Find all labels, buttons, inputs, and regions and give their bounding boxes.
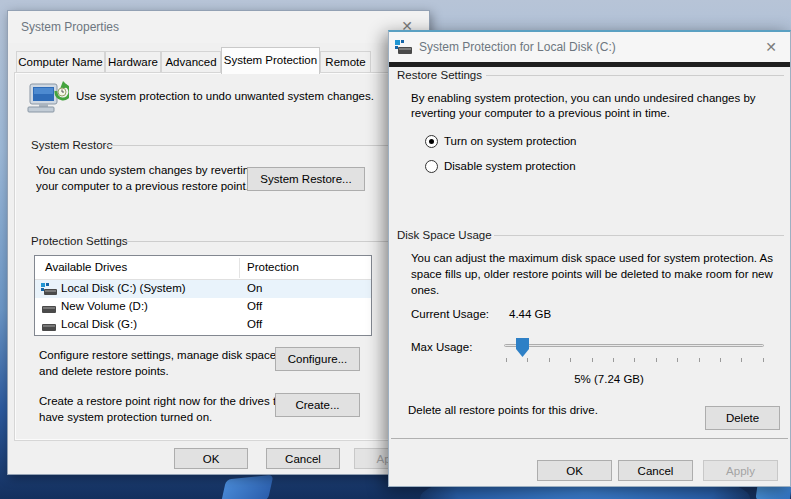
slider-value-label: 5% (7.24 GB): [489, 373, 729, 385]
system-restore-icon: [27, 81, 69, 121]
system-restore-desc: your computer to a previous restore poin…: [36, 180, 249, 192]
configure-desc: Configure restore settings, manage disk …: [39, 349, 279, 361]
tab-remote[interactable]: Remote: [320, 51, 371, 73]
wallpaper-bloom: [221, 475, 274, 499]
delete-restore-points-text: Delete all restore points for this drive…: [408, 404, 598, 416]
table-row-drive-g[interactable]: Local Disk (G:) Off: [35, 316, 371, 334]
protection-settings-group-label: Protection Settings: [31, 235, 128, 247]
restore-settings-desc: reverting your computer to a previous po…: [411, 107, 670, 119]
table-row-drive-d[interactable]: New Volume (D:) Off: [35, 298, 371, 316]
system-properties-dialog: System Properties ✕ Computer Name Hardwa…: [7, 10, 430, 475]
column-divider: [239, 258, 240, 278]
tab-computer-name[interactable]: Computer Name: [16, 51, 105, 73]
drive-protection-status: Off: [247, 318, 262, 330]
drives-table-header: Available Drives Protection: [35, 256, 371, 280]
radio-disable-label[interactable]: Disable system protection: [444, 160, 576, 172]
configure-button[interactable]: Configure...: [275, 347, 360, 371]
apply-button[interactable]: Apply: [703, 460, 778, 481]
current-usage-value: 4.44 GB: [509, 308, 551, 320]
title-bar[interactable]: System Properties: [8, 11, 429, 43]
dialog-title: System Properties: [21, 20, 119, 34]
create-button[interactable]: Create...: [275, 393, 360, 417]
cancel-button[interactable]: Cancel: [618, 460, 693, 481]
disk-space-desc: ones.: [411, 284, 439, 296]
desktop: System Properties ✕ Computer Name Hardwa…: [0, 0, 791, 499]
group-divider: [125, 241, 395, 242]
drive-protection-status: On: [247, 282, 262, 294]
disk-space-group-label: Disk Space Usage: [397, 229, 492, 241]
column-protection: Protection: [247, 261, 299, 273]
create-desc: Create a restore point right now for the…: [39, 395, 292, 407]
title-bar[interactable]: System Protection for Local Disk (C:): [389, 32, 790, 62]
dialog-title: System Protection for Local Disk (C:): [419, 40, 616, 54]
system-restore-desc: You can undo system changes by reverting: [36, 164, 256, 176]
disk-space-desc: space fills up, older restore points wil…: [411, 268, 773, 280]
restore-settings-group-label: Restore Settings: [397, 69, 482, 81]
max-usage-label: Max Usage:: [411, 341, 472, 353]
current-usage-label: Current Usage:: [411, 308, 489, 320]
tab-hardware[interactable]: Hardware: [105, 51, 161, 73]
group-divider: [494, 235, 784, 236]
group-divider: [105, 145, 395, 146]
max-usage-slider-track[interactable]: [504, 344, 764, 347]
column-available-drives: Available Drives: [45, 261, 127, 273]
drives-table[interactable]: Available Drives Protection Local Disk (…: [34, 255, 372, 336]
close-icon[interactable]: ✕: [760, 37, 782, 58]
create-desc: have system protection turned on.: [39, 411, 212, 423]
configure-desc: and delete restore points.: [39, 365, 169, 377]
drive-name: Local Disk (G:): [61, 318, 137, 330]
tab-page: Use system protection to undo unwanted s…: [14, 72, 401, 441]
radio-turn-on-protection[interactable]: [425, 135, 438, 148]
footer-divider: [391, 438, 788, 439]
cancel-button[interactable]: Cancel: [266, 448, 340, 469]
titlebar-divider: [389, 62, 790, 67]
drive-name: Local Disk (C:) (System): [61, 282, 186, 294]
radio-disable-protection[interactable]: [425, 160, 438, 173]
drive-protection-status: Off: [247, 300, 262, 312]
drive-icon: [41, 319, 57, 332]
group-divider: [486, 75, 784, 76]
radio-turn-on-label[interactable]: Turn on system protection: [444, 135, 577, 147]
restore-settings-desc: By enabling system protection, you can u…: [411, 92, 756, 104]
max-usage-slider-thumb[interactable]: [516, 338, 529, 357]
slider-tick-marks: [506, 358, 764, 362]
delete-button[interactable]: Delete: [705, 406, 780, 430]
intro-text: Use system protection to undo unwanted s…: [76, 90, 374, 102]
system-restore-group-label: System Restore: [31, 139, 113, 151]
system-restore-button[interactable]: System Restore...: [247, 167, 365, 191]
tab-system-protection[interactable]: System Protection: [221, 47, 320, 74]
system-protection-dialog: System Protection for Local Disk (C:) ✕ …: [388, 30, 791, 487]
drive-name: New Volume (D:): [61, 300, 148, 312]
drive-icon: [41, 301, 57, 314]
table-row-drive-c[interactable]: Local Disk (C:) (System) On: [35, 280, 371, 298]
system-protection-icon: [395, 40, 412, 55]
tab-advanced[interactable]: Advanced: [161, 51, 221, 73]
disk-space-desc: You can adjust the maximum disk space us…: [411, 252, 773, 264]
ok-button[interactable]: OK: [174, 448, 248, 469]
ok-button[interactable]: OK: [537, 460, 612, 481]
system-drive-icon: [41, 283, 57, 296]
